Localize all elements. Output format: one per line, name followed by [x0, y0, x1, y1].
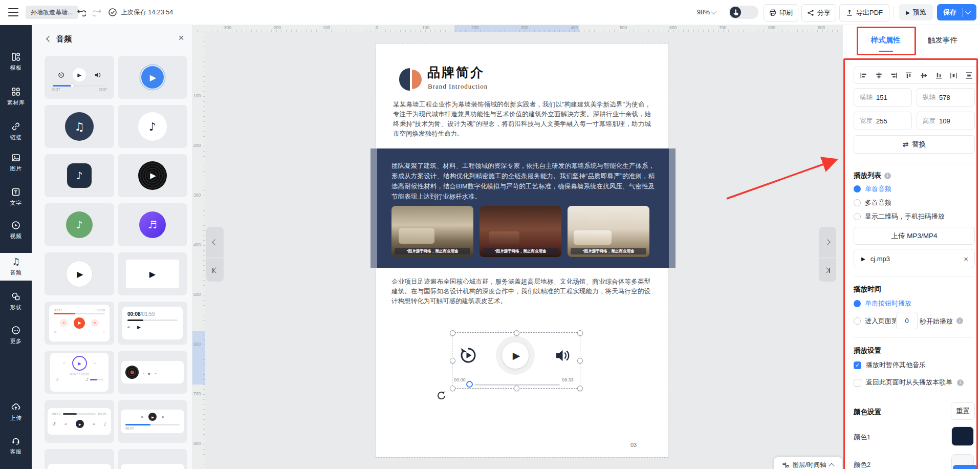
audio-widget-violet-player[interactable]: « ▶ » 00:07 / 03:20 ↺ ♪: [45, 351, 114, 394]
audio-widget-navy-square-note[interactable]: ♪: [45, 154, 114, 197]
tab-trigger-events[interactable]: 触发事件: [925, 31, 961, 49]
audio-widget-outline-play[interactable]: ▶: [45, 252, 114, 295]
reset-colors-button[interactable]: 重置: [951, 402, 975, 420]
pointer-mode-toggle[interactable]: [729, 6, 758, 19]
checkbox-restart-playlist[interactable]: 返回此页面时从头播放本歌单 i: [854, 378, 964, 387]
align-bottom-icon[interactable]: [935, 72, 943, 79]
zoom-level-dropdown[interactable]: 98%: [697, 0, 716, 25]
sidebar-item-audio-active[interactable]: ♫ 音频: [0, 253, 32, 281]
width-field[interactable]: 宽度 255: [854, 112, 912, 130]
audio-widget-blue-bar[interactable]: « ▶ » 00:07: [118, 400, 187, 443]
upload-mp3-button[interactable]: 上传 MP3/MP4: [854, 227, 975, 245]
remove-file-icon[interactable]: ×: [964, 254, 968, 263]
radio-multi-audio[interactable]: 多首音频: [854, 198, 891, 207]
layers-timeline-button[interactable]: 图层/时间轴: [774, 457, 842, 469]
cutoff-blue-button[interactable]: [953, 465, 977, 469]
save-button[interactable]: 保存: [937, 4, 976, 20]
close-icon[interactable]: ×: [174, 31, 188, 45]
progress-handle[interactable]: [466, 381, 473, 388]
volume-icon[interactable]: [554, 347, 571, 364]
checkbox-pause-other-music[interactable]: ✓ 播放时暂停其他音乐: [854, 360, 926, 370]
align-right-icon[interactable]: [890, 72, 898, 79]
preview-button[interactable]: ▶ 预览: [899, 4, 933, 20]
play-button[interactable]: ▶: [502, 342, 529, 369]
audio-widget-white-note[interactable]: ♪: [118, 105, 187, 148]
distribute-h-icon[interactable]: [950, 72, 957, 79]
radio-play-on-enter[interactable]: 进入页面第: [854, 316, 898, 326]
sidebar-item-more[interactable]: 更多: [0, 326, 32, 345]
document-page[interactable]: 品牌简介 Brand Introduction 某某幕墙工程企业作为幕墙装饰领域…: [376, 44, 668, 457]
audio-widget-violet-note[interactable]: ♬: [118, 203, 187, 246]
rotate-handle-icon[interactable]: [437, 391, 446, 400]
back-icon[interactable]: [46, 36, 52, 41]
y-position-field[interactable]: 纵轴 578: [917, 88, 975, 106]
collapse-panel-button[interactable]: [206, 227, 224, 258]
audio-widget-vinyl-play[interactable]: ▶: [118, 154, 187, 197]
share-icon: [807, 9, 814, 16]
sidebar-more-dots[interactable]: ···: [0, 466, 32, 469]
color1-swatch[interactable]: [951, 427, 974, 446]
resize-handle-sw[interactable]: [450, 386, 455, 391]
resize-handle-se[interactable]: [577, 386, 583, 391]
sidebar-item-images[interactable]: 图片: [0, 153, 32, 173]
sidebar-item-shapes[interactable]: 形状: [0, 292, 32, 311]
distribute-v-icon[interactable]: [965, 72, 973, 79]
sidebar-item-templates[interactable]: 模板: [0, 52, 32, 72]
audio-widget-bar-player[interactable]: 00:27 03:20 ↺« ▶ »♪: [45, 400, 114, 443]
audio-widget-blue-play[interactable]: ▶: [118, 56, 187, 99]
sidebar-item-assets[interactable]: 素材库: [0, 87, 32, 106]
audio-file-row[interactable]: ▶ cj.mp3 ×: [854, 249, 975, 268]
redo-icon[interactable]: [93, 8, 102, 17]
audio-widget-orange-player[interactable]: 00:2703:20 « ▶ » ↺♪: [45, 302, 114, 345]
undo-icon[interactable]: [77, 8, 86, 17]
audio-widget-compact-player[interactable]: 00:08/01:59 «▶: [118, 302, 187, 345]
share-button[interactable]: 分享: [801, 4, 836, 22]
export-pdf-button[interactable]: 导出PDF: [839, 4, 889, 22]
replace-button[interactable]: ⇄ 替换: [854, 135, 975, 154]
resize-handle-w[interactable]: [450, 358, 455, 364]
time-current: 00:57: [52, 88, 60, 91]
replay-icon[interactable]: [459, 346, 477, 365]
sidebar-item-upload[interactable]: 上传: [0, 402, 32, 422]
audio-widget-navy-note[interactable]: ♫: [45, 105, 114, 148]
x-position-field[interactable]: 横轴 151: [854, 88, 912, 106]
hamburger-menu-icon[interactable]: [8, 8, 18, 16]
collapse-panel-edge-button[interactable]: [206, 259, 224, 282]
resize-handle-s[interactable]: [514, 386, 519, 391]
height-field[interactable]: 高度 109: [917, 112, 975, 130]
radio-qr-code[interactable]: 显示二维码，手机扫码播放: [854, 212, 945, 221]
progress-track[interactable]: [475, 384, 560, 386]
document-title[interactable]: 外墙改造幕墙...: [26, 6, 78, 19]
audio-widget-green-note[interactable]: ♪: [45, 203, 114, 246]
audio-widget-strip-a[interactable]: ⊙⊙⊙ 00:27/03:20 ♪: [45, 449, 114, 469]
align-center-h-icon[interactable]: [875, 72, 883, 79]
align-left-icon[interactable]: [860, 72, 867, 79]
resize-handle-n[interactable]: [514, 330, 519, 336]
info-icon[interactable]: i: [956, 317, 963, 324]
audio-player-element[interactable]: ▶ 00:00 08:33: [452, 333, 579, 387]
audio-widget-rect-play[interactable]: ▶: [118, 252, 187, 295]
audio-widget-mini-player[interactable]: ▶ 00:57 03:57: [45, 56, 114, 99]
sidebar-item-video[interactable]: 视频: [0, 221, 32, 240]
align-top-icon[interactable]: [905, 72, 912, 79]
resize-handle-nw[interactable]: [450, 330, 455, 336]
info-icon[interactable]: i: [884, 173, 891, 179]
sidebar-item-text[interactable]: 文字: [0, 187, 32, 207]
sidebar-item-links[interactable]: 链接: [0, 122, 32, 141]
expand-panel-edge-button[interactable]: [819, 259, 836, 282]
audio-widget-strip-b[interactable]: « ⊙ »: [118, 449, 187, 469]
play-icon[interactable]: ▶: [861, 256, 865, 262]
seconds-input[interactable]: 0: [896, 312, 918, 329]
resize-handle-ne[interactable]: [577, 330, 583, 336]
resize-handle-e[interactable]: [577, 358, 583, 364]
audio-widget-vinyl-bar[interactable]: «▶»: [118, 351, 187, 394]
radio-single-audio[interactable]: 单首音频: [854, 184, 891, 194]
sidebar-item-support[interactable]: 客服: [0, 436, 32, 456]
design-canvas[interactable]: -300 -200 -100 0 100 200 300 400 500 600…: [192, 25, 842, 469]
expand-panel-button[interactable]: [819, 227, 836, 258]
info-icon[interactable]: i: [957, 379, 964, 386]
align-middle-v-icon[interactable]: [920, 72, 928, 79]
tab-style-properties[interactable]: 样式属性: [858, 31, 913, 49]
radio-play-on-click[interactable]: 单击按钮时播放: [854, 299, 911, 308]
print-button[interactable]: 印刷: [764, 4, 798, 22]
